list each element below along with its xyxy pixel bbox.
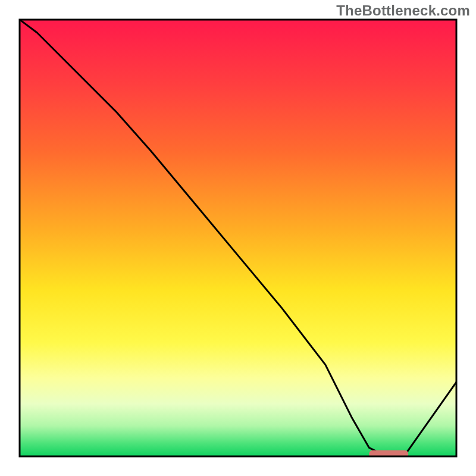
plot-background <box>20 20 456 456</box>
watermark-text: TheBottleneck.com <box>336 2 470 19</box>
chart-container: TheBottleneck.com <box>0 0 476 476</box>
bottleneck-chart <box>0 0 476 476</box>
